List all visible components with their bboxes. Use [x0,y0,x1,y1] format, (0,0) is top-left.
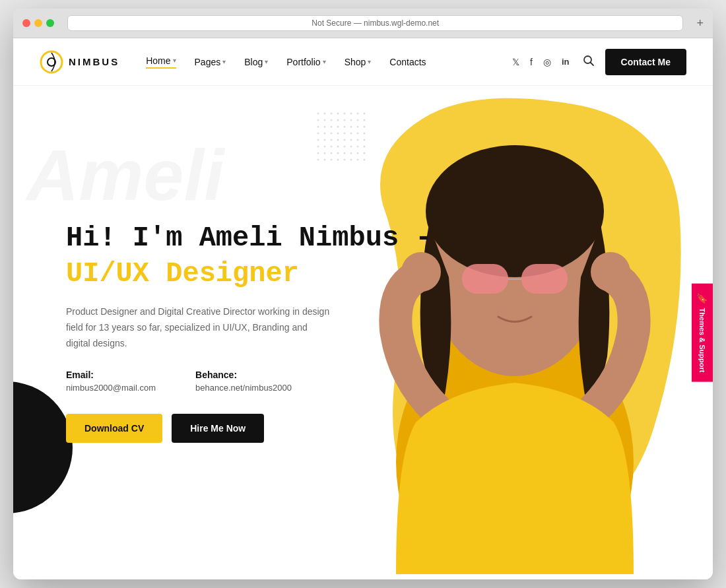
nav-contacts[interactable]: Contacts [389,57,426,67]
email-block: Email: nimbus2000@mail.com [66,370,156,393]
svg-line-3 [590,62,593,65]
social-icons: 𝕏 f ◎ in [512,57,569,67]
chevron-down-icon: ▾ [368,58,371,65]
hero-section: Ameli [13,86,713,579]
close-button[interactable] [22,19,30,27]
watermark-text: Ameli [26,139,224,211]
hire-me-button[interactable]: Hire Me Now [172,414,264,443]
logo[interactable]: NIMBUS [40,50,119,74]
email-label: Email: [66,370,156,380]
window-controls [22,19,54,27]
themes-support-widget[interactable]: 🔖 Themes & Support [692,284,713,382]
linkedin-icon[interactable]: in [562,57,570,67]
instagram-icon[interactable]: ◎ [543,57,551,67]
facebook-icon[interactable]: f [530,57,533,67]
download-cv-button[interactable]: Download CV [66,414,162,443]
nav-home[interactable]: Home ▾ [146,55,176,69]
email-value: nimbus2000@mail.com [66,383,156,393]
search-icon[interactable] [583,55,595,69]
nav-portfolio[interactable]: Portfolio ▾ [286,57,325,67]
black-circle-decoration [13,381,73,513]
svg-rect-9 [521,264,568,294]
contact-button[interactable]: Contact Me [605,49,686,75]
minimize-button[interactable] [34,19,42,27]
logo-icon [40,50,63,74]
chevron-down-icon: ▾ [323,58,326,65]
page-content: NIMBUS Home ▾ Pages ▾ Blog ▾ Portfolio [13,38,713,579]
nav-shop[interactable]: Shop ▾ [345,57,372,67]
url-bar[interactable]: Not Secure — nimbus.wgl-demo.net [67,15,683,31]
browser-chrome-bar: Not Secure — nimbus.wgl-demo.net + [13,9,713,38]
nav-blog[interactable]: Blog ▾ [244,57,268,67]
twitter-icon[interactable]: 𝕏 [512,57,519,67]
behance-value: behance.net/nimbus2000 [195,383,292,393]
logo-text: NIMBUS [69,56,119,67]
new-tab-button[interactable]: + [696,16,704,30]
svg-rect-8 [462,264,508,294]
navbar: NIMBUS Home ▾ Pages ▾ Blog ▾ Portfolio [13,38,713,86]
behance-block: Behance: behance.net/nimbus2000 [195,370,292,393]
nav-pages[interactable]: Pages ▾ [195,57,226,67]
bookmark-icon: 🔖 [697,293,708,304]
svg-point-7 [426,145,604,277]
chevron-down-icon: ▾ [265,58,268,65]
hero-content: Hi! I'm Ameli Nimbus - UI/UX Designer Pr… [66,222,432,443]
svg-point-12 [591,252,630,292]
hero-subtitle: UI/UX Designer [66,258,432,290]
maximize-button[interactable] [46,19,54,27]
hero-description: Product Designer and Digital Creative Di… [66,304,330,351]
hero-title: Hi! I'm Ameli Nimbus - [66,222,432,254]
svg-point-0 [41,51,62,73]
hero-info-row: Email: nimbus2000@mail.com Behance: beha… [66,370,432,393]
chevron-down-icon: ▾ [173,57,176,64]
behance-label: Behance: [195,370,292,380]
hero-buttons: Download CV Hire Me Now [66,414,432,443]
widget-label: Themes & Support [698,308,706,373]
browser-window: Not Secure — nimbus.wgl-demo.net + NIMBU… [13,9,713,579]
nav-links: Home ▾ Pages ▾ Blog ▾ Portfolio ▾ Shop [146,55,499,69]
chevron-down-icon: ▾ [222,58,226,65]
